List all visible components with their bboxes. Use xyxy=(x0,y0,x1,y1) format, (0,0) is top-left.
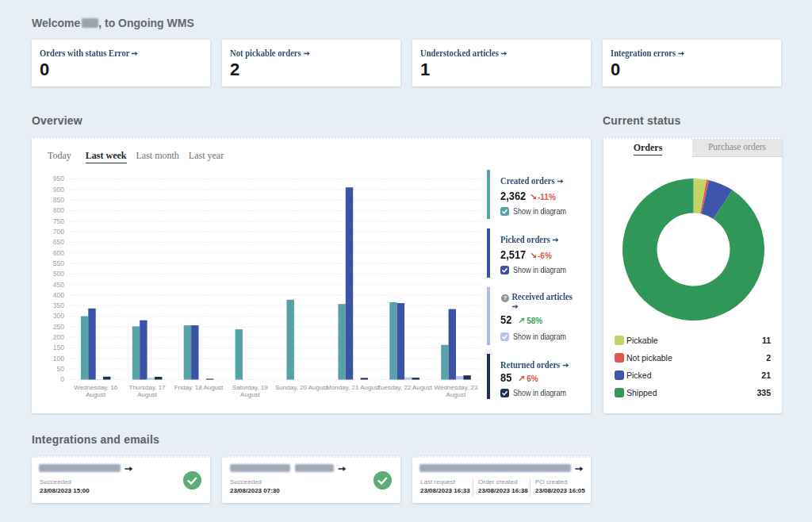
svg-text:700: 700 xyxy=(53,228,64,236)
svg-text:Wednesday, 23: Wednesday, 23 xyxy=(435,384,478,391)
svg-text:950: 950 xyxy=(53,175,64,182)
svg-text:450: 450 xyxy=(53,281,64,289)
svg-text:500: 500 xyxy=(53,270,64,278)
svg-text:750: 750 xyxy=(53,217,64,225)
svg-text:800: 800 xyxy=(53,206,64,214)
svg-text:200: 200 xyxy=(53,333,64,341)
svg-text:300: 300 xyxy=(53,312,64,320)
svg-text:550: 550 xyxy=(53,259,64,267)
svg-text:Monday, 21 August: Monday, 21 August xyxy=(326,384,381,391)
svg-text:Saturday, 19: Saturday, 19 xyxy=(232,384,268,391)
svg-text:250: 250 xyxy=(53,323,64,331)
svg-text:Friday, 18 August: Friday, 18 August xyxy=(174,384,224,391)
svg-text:650: 650 xyxy=(53,238,64,246)
svg-text:0: 0 xyxy=(60,375,64,383)
svg-text:August: August xyxy=(137,391,158,398)
svg-text:Tuesday, 22 August: Tuesday, 22 August xyxy=(377,384,433,391)
svg-text:Sunday, 20 August: Sunday, 20 August xyxy=(275,384,328,391)
svg-text:50: 50 xyxy=(57,365,65,373)
svg-text:August: August xyxy=(86,391,106,398)
svg-text:Thursday, 17: Thursday, 17 xyxy=(129,384,167,391)
svg-text:400: 400 xyxy=(53,291,64,299)
svg-text:100: 100 xyxy=(53,355,64,363)
svg-text:Wednesday, 16: Wednesday, 16 xyxy=(74,384,117,391)
svg-text:August: August xyxy=(446,391,467,398)
svg-text:150: 150 xyxy=(53,344,64,351)
svg-text:350: 350 xyxy=(53,301,64,309)
svg-text:850: 850 xyxy=(53,196,64,204)
svg-text:600: 600 xyxy=(53,249,64,257)
svg-text:900: 900 xyxy=(53,186,64,194)
svg-text:August: August xyxy=(240,391,261,398)
